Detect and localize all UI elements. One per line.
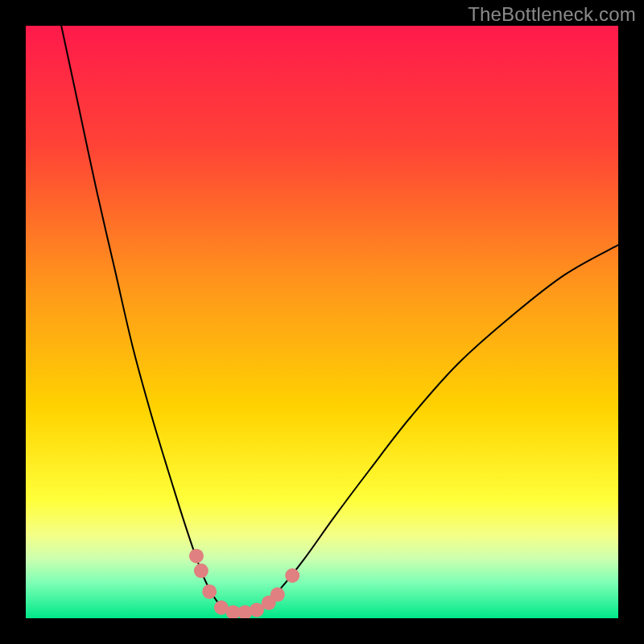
marker-dot — [285, 568, 299, 583]
plot-area — [26, 26, 618, 618]
marker-dot — [270, 588, 285, 602]
watermark-text: TheBottleneck.com — [468, 3, 636, 26]
marker-dot — [194, 564, 208, 578]
marker-dot — [189, 549, 204, 564]
gradient-background — [26, 26, 618, 618]
marker-dot — [202, 584, 217, 599]
chart-svg — [26, 26, 618, 618]
chart-frame: TheBottleneck.com — [0, 0, 644, 644]
